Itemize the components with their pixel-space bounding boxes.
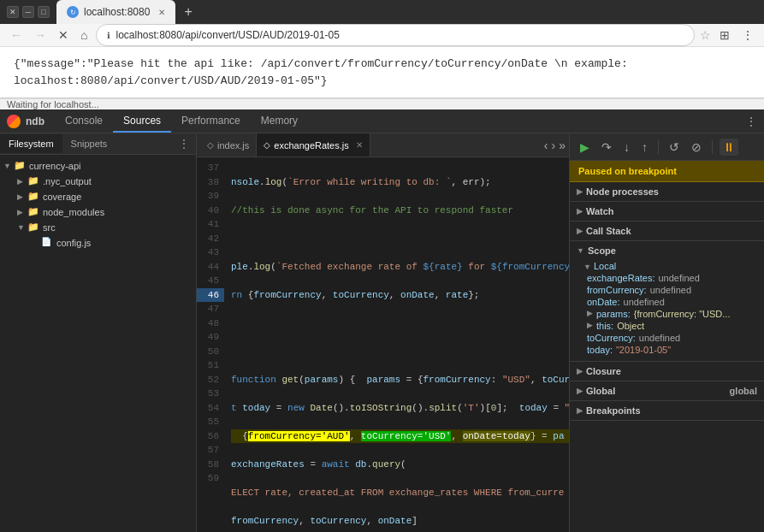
maximize-button[interactable]: □ — [38, 6, 50, 18]
watch-header[interactable]: ▶ Watch — [570, 202, 764, 221]
pause-button[interactable]: ⏸ — [720, 139, 738, 156]
tab-label: index.js — [217, 140, 249, 151]
deactivate-button[interactable]: ⊘ — [688, 139, 705, 156]
scope-key: params: — [596, 309, 631, 319]
tab-performance[interactable]: Performance — [171, 109, 251, 133]
node-processes-section: ▶ Node processes — [570, 182, 764, 202]
folder-icon: 📁 — [27, 191, 39, 203]
new-tab-button[interactable]: + — [179, 3, 197, 21]
scope-row-this[interactable]: ▶ this: Object — [587, 320, 757, 332]
code-editor: 37 38 39 40 41 42 43 44 45 46 47 48 49 5… — [197, 157, 569, 532]
scope-row-params[interactable]: ▶ params: {fromCurrency: "USD... — [587, 308, 757, 320]
tab-close-button[interactable]: ✕ — [158, 8, 165, 17]
left-panel: Filesystem Snippets ⋮ ▼ 📁 currency-api ▶ — [0, 133, 197, 532]
scope-key: onDate: — [587, 297, 620, 307]
navigate-back-icon[interactable]: ‹ — [544, 139, 548, 152]
call-stack-header[interactable]: ▶ Call Stack — [570, 222, 764, 240]
scope-value: undefined — [659, 273, 700, 283]
section-label: Call Stack — [586, 226, 631, 236]
tab-filesystem[interactable]: Filesystem — [0, 134, 62, 153]
step-over-button[interactable]: ↷ — [598, 139, 615, 156]
menu-button[interactable]: ⋮ — [738, 25, 757, 45]
step-back-button[interactable]: ↺ — [666, 139, 683, 156]
editor-tab-exchange-rates-js[interactable]: ◇ exchangeRates.js ✕ — [257, 133, 370, 157]
tree-item-node-modules[interactable]: ▶ 📁 node_modules — [0, 204, 196, 220]
extensions-button[interactable]: ⊞ — [716, 25, 733, 45]
scope-value: {fromCurrency: "USD... — [634, 309, 731, 319]
breakpoints-section: ▶ Breakpoints — [570, 401, 764, 421]
resume-button[interactable]: ▶ — [577, 139, 593, 156]
step-into-button[interactable]: ↓ — [620, 139, 633, 156]
back-button[interactable]: ← — [7, 25, 26, 45]
debugger-panel: ▶ ↷ ↓ ↑ ↺ ⊘ ⏸ Paused on breakpoint ▶ — [569, 133, 764, 532]
code-line-38: //this is done async for the API to resp… — [231, 204, 569, 218]
bookmark-button[interactable]: ☆ — [700, 28, 711, 42]
home-button[interactable]: ⌂ — [77, 25, 91, 45]
panel-more-button[interactable]: ⋮ — [172, 133, 196, 154]
tab-snippets[interactable]: Snippets — [62, 134, 116, 153]
chevron-right-icon: ▶ — [577, 187, 583, 196]
editor-tab-bar: ◇ index.js ◇ exchangeRates.js ✕ ‹ › » — [197, 133, 569, 157]
section-label: Node processes — [586, 186, 659, 197]
code-content[interactable]: nsole.log(`Error while writing to db: `,… — [224, 157, 569, 532]
scope-local-header[interactable]: ▼ Local — [583, 260, 757, 272]
url-text: localhost:8080/api/convert/USD/AUD/2019-… — [115, 29, 339, 41]
reload-button[interactable]: ✕ — [55, 25, 72, 45]
paused-banner: Paused on breakpoint — [570, 161, 764, 182]
editor-tab-index-js[interactable]: ◇ index.js — [200, 133, 257, 157]
scope-key: exchangeRates: — [587, 273, 655, 283]
api-response: {"message":"Please hit the api like: /ap… — [14, 56, 750, 89]
ndb-logo-icon — [7, 115, 21, 128]
tab-sources[interactable]: Sources — [113, 109, 171, 133]
closure-header[interactable]: ▶ Closure — [570, 362, 764, 381]
file-tree: ▼ 📁 currency-api ▶ 📁 .nyc_output ▶ — [0, 155, 196, 532]
tree-item-currency-api[interactable]: ▼ 📁 currency-api — [0, 158, 196, 174]
tab-memory[interactable]: Memory — [251, 109, 308, 133]
devtools-header: ndb Console Sources Performance Memory ⋮ — [0, 109, 764, 133]
folder-icon: 📁 — [14, 160, 26, 172]
code-line-43 — [231, 345, 569, 359]
navigation-bar: ← → ✕ ⌂ ℹ localhost:8080/api/convert/USD… — [0, 24, 764, 47]
close-button[interactable]: ✕ — [7, 6, 19, 18]
panel-tabs: Filesystem Snippets ⋮ — [0, 133, 196, 155]
window-controls: ✕ ─ □ — [7, 6, 50, 18]
scope-row-exchange-rates: exchangeRates: undefined — [587, 272, 757, 284]
devtools-more-button[interactable]: ⋮ — [745, 115, 757, 128]
favicon-icon: ↻ — [67, 6, 79, 18]
call-stack-section: ▶ Call Stack — [570, 222, 764, 241]
folder-label: .nyc_output — [43, 176, 92, 186]
navigate-forward-icon[interactable]: › — [552, 139, 556, 152]
node-processes-header[interactable]: ▶ Node processes — [570, 182, 764, 201]
address-bar[interactable]: ℹ localhost:8080/api/convert/USD/AUD/201… — [96, 24, 695, 46]
file-icon: 📄 — [41, 237, 53, 249]
code-line-42 — [231, 316, 569, 331]
file-icon: ◇ — [264, 140, 270, 150]
global-header[interactable]: ▶ Global global — [570, 381, 764, 400]
breakpoints-header[interactable]: ▶ Breakpoints — [570, 401, 764, 420]
tree-item-coverage[interactable]: ▶ 📁 coverage — [0, 189, 196, 204]
tree-item-nyc-output[interactable]: ▶ 📁 .nyc_output — [0, 174, 196, 189]
section-label: Global — [586, 386, 615, 396]
browser-tab[interactable]: ↻ localhost:8080 ✕ — [56, 0, 175, 24]
file-label: config.js — [56, 238, 91, 248]
minimize-button[interactable]: ─ — [22, 6, 34, 18]
code-line-40: ple.log(`Fetched exchange rate of ${rate… — [231, 260, 569, 275]
scope-content: ▼ Local exchangeRates: undefined fromCur… — [570, 260, 764, 361]
scope-value: Object — [617, 321, 644, 331]
devtools-body: Filesystem Snippets ⋮ ▼ 📁 currency-api ▶ — [0, 133, 764, 532]
scope-value: undefined — [624, 297, 665, 307]
tab-console[interactable]: Console — [55, 109, 113, 133]
more-tabs-icon[interactable]: » — [559, 139, 566, 152]
tree-item-config-js[interactable]: ▶ 📄 config.js — [0, 235, 196, 251]
forward-button[interactable]: → — [31, 25, 50, 45]
devtools-tabs: Console Sources Performance Memory — [55, 109, 308, 133]
scope-key: fromCurrency: — [587, 285, 647, 295]
scope-header[interactable]: ▼ Scope — [570, 241, 764, 260]
scope-row-today: today: "2019-01-05" — [587, 344, 757, 356]
toolbar-divider — [658, 140, 659, 154]
code-line-49: fromCurrency, toCurrency, onDate] — [231, 514, 569, 529]
scope-row-to-currency: toCurrency: undefined — [587, 332, 757, 344]
step-out-button[interactable]: ↑ — [638, 139, 651, 156]
tree-item-src[interactable]: ▼ 📁 src — [0, 220, 196, 235]
tab-close-icon[interactable]: ✕ — [356, 140, 363, 150]
